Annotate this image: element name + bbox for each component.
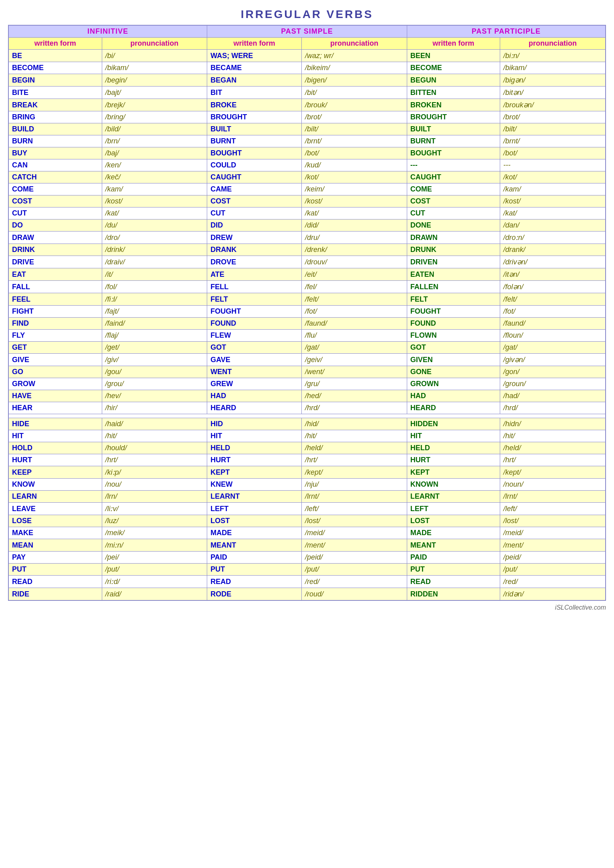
table-cell: ATE (207, 268, 302, 281)
table-cell: FIGHT (8, 306, 102, 318)
table-cell: /nju/ (302, 479, 407, 491)
ps-pron-header: pronunciation (302, 38, 407, 50)
table-cell: RIDE (8, 588, 102, 601)
table-cell: DRIVEN (407, 256, 500, 268)
table-cell: /hid/ (302, 418, 407, 430)
table-cell: BUILT (407, 123, 500, 135)
table-cell: HAD (207, 390, 302, 402)
table-cell: DRINK (8, 244, 102, 256)
table-cell: /ridən/ (500, 588, 606, 601)
table-cell: /drouv/ (302, 256, 407, 268)
table-cell: MEANT (207, 539, 302, 552)
table-cell: /lrnt/ (302, 491, 407, 503)
table-cell: /brouk/ (302, 99, 407, 111)
table-cell: /luz/ (102, 515, 207, 527)
table-cell: /bilt/ (302, 123, 407, 135)
table-cell: LEAVE (8, 503, 102, 515)
inf-pron-header: pronunciation (102, 38, 207, 50)
table-cell: DROVE (207, 256, 302, 268)
table-cell: /draiv/ (102, 256, 207, 268)
table-cell: BURNT (207, 135, 302, 147)
table-row: CUT/kat/CUT/kat/CUT/kat/ (8, 207, 606, 220)
table-row: DRINK/drink/DRANK/drenk/DRUNK/drank/ (8, 244, 606, 256)
table-cell: READ (207, 576, 302, 588)
table-cell: /du/ (102, 220, 207, 232)
table-cell: /ken/ (102, 159, 207, 171)
table-cell: /ment/ (302, 539, 407, 552)
table-row: BEGIN/begin/BEGAN/bigen/BEGUN/bigən/ (8, 74, 606, 87)
table-cell: /put/ (302, 564, 407, 576)
table-cell: GIVEN (407, 354, 500, 366)
table-cell: /waz; wr/ (302, 50, 407, 62)
table-cell: GIVE (8, 354, 102, 366)
table-cell: RODE (207, 588, 302, 601)
table-cell: FALL (8, 281, 102, 293)
table-cell: /gon/ (500, 366, 606, 378)
table-cell: MEANT (407, 539, 500, 552)
pp-written-header: written form (407, 38, 500, 50)
table-cell: /bigən/ (500, 74, 606, 87)
table-cell: FOUGHT (207, 306, 302, 318)
table-cell: /kat/ (500, 207, 606, 220)
table-cell: /kat/ (102, 207, 207, 220)
table-cell: /miːn/ (102, 539, 207, 552)
table-cell: BIT (207, 87, 302, 99)
table-cell: /kost/ (302, 195, 407, 207)
table-cell: /roud/ (302, 588, 407, 601)
table-cell: MADE (207, 527, 302, 539)
table-cell: FOUND (207, 318, 302, 330)
table-cell: CAN (8, 159, 102, 171)
table-cell: GROWN (407, 378, 500, 390)
table-cell: /eit/ (302, 268, 407, 281)
table-cell: /keč/ (102, 171, 207, 183)
table-cell: DRANK (207, 244, 302, 256)
table-row: KEEP/kiːp/KEPT/kept/KEPT/kept/ (8, 466, 606, 479)
table-row: DRIVE/draiv/DROVE/drouv/DRIVEN/drivən/ (8, 256, 606, 268)
table-cell: /brejk/ (102, 99, 207, 111)
table-row: HAVE/hev/HAD/hed/HAD/had/ (8, 390, 606, 402)
table-cell: /noun/ (500, 479, 606, 491)
table-cell: BECOME (8, 62, 102, 74)
table-cell: /bit/ (302, 87, 407, 99)
table-cell: /biːn/ (500, 50, 606, 62)
table-cell: CAUGHT (407, 171, 500, 183)
table-cell: /ment/ (500, 539, 606, 552)
table-cell: /droːn/ (500, 232, 606, 244)
table-row: DO/du/DID/did/DONE/dan/ (8, 220, 606, 232)
table-row: BITE/bajt/BIT/bit/BITTEN/bitən/ (8, 87, 606, 99)
table-cell: HELD (207, 442, 302, 454)
table-cell: /giv/ (102, 354, 207, 366)
table-cell: DREW (207, 232, 302, 244)
table-cell: /hrt/ (102, 454, 207, 466)
table-cell: /hev/ (102, 390, 207, 402)
table-cell: /bikeim/ (302, 62, 407, 74)
table-cell: /felt/ (500, 293, 606, 306)
inf-written-header: written form (8, 38, 102, 50)
table-cell: GOT (207, 342, 302, 354)
table-cell: /faind/ (102, 318, 207, 330)
table-cell: /kot/ (302, 171, 407, 183)
table-cell: BROUGHT (407, 111, 500, 123)
table-cell: /hould/ (102, 442, 207, 454)
table-cell: /fel/ (302, 281, 407, 293)
table-cell: /meid/ (302, 527, 407, 539)
table-cell: FLOWN (407, 330, 500, 342)
table-cell: /hrt/ (302, 454, 407, 466)
table-row: KNOW/nou/KNEW/nju/KNOWN/noun/ (8, 479, 606, 491)
table-cell: PUT (8, 564, 102, 576)
table-cell: GAVE (207, 354, 302, 366)
table-cell: /peid/ (500, 552, 606, 564)
table-cell: BROKEN (407, 99, 500, 111)
table-cell: /kud/ (302, 159, 407, 171)
table-cell: FELT (207, 293, 302, 306)
table-row: GROW/grou/GREW/gru/GROWN/groun/ (8, 378, 606, 390)
table-cell: /dru/ (302, 232, 407, 244)
table-cell: LEARNT (207, 491, 302, 503)
table-cell: WENT (207, 366, 302, 378)
table-cell: /pei/ (102, 552, 207, 564)
table-cell: /nou/ (102, 479, 207, 491)
table-row: GIVE/giv/GAVE/geiv/GIVEN/givən/ (8, 354, 606, 366)
table-cell: /left/ (500, 503, 606, 515)
table-cell: BECAME (207, 62, 302, 74)
table-cell: /lost/ (500, 515, 606, 527)
